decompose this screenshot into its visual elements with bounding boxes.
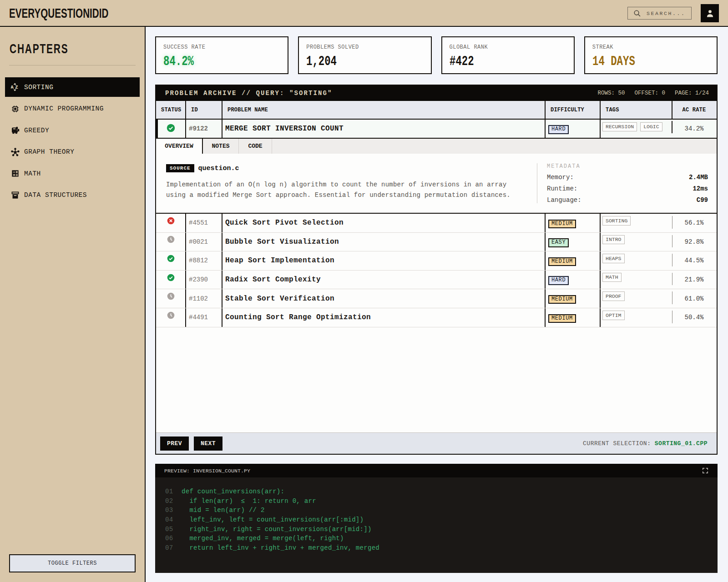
svg-text:Z: Z <box>15 85 18 90</box>
svg-text:A: A <box>11 85 14 90</box>
